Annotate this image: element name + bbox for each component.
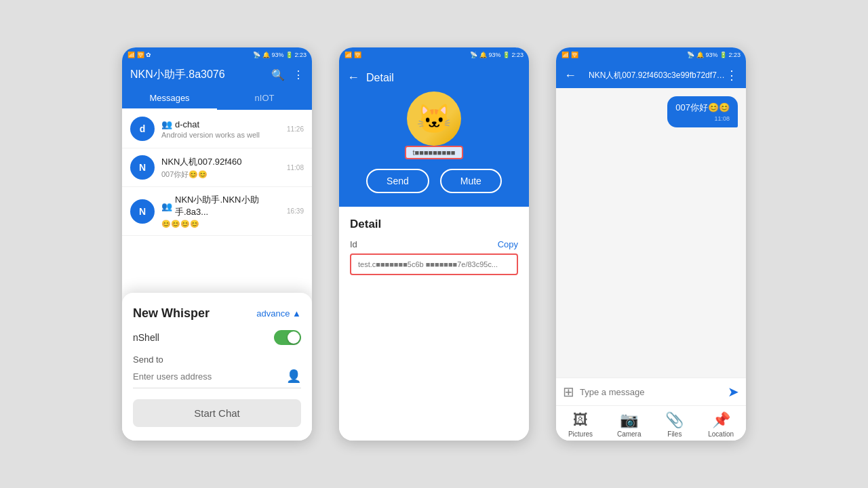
location-icon: 📌 bbox=[712, 411, 730, 429]
phone3-status-bar: 📶 🛜 📡 🔔 93% 🔋 2:23 bbox=[556, 47, 746, 62]
pictures-label: Pictures bbox=[568, 430, 593, 438]
phone3-title: NKN人机007.92f4603c3e99fb72df7e... bbox=[589, 70, 726, 81]
group-icon2: 👥 bbox=[161, 201, 172, 211]
detail-card: Detail Id Copy test.c■■■■■■■5c6b ■■■■■■■… bbox=[339, 207, 529, 441]
avatar-nkn1: N bbox=[130, 155, 155, 180]
send-to-label: Send to bbox=[133, 354, 301, 365]
group-icon: 👥 bbox=[161, 119, 172, 129]
chat-bubble-0: 007你好😊😊 11:08 bbox=[667, 96, 738, 127]
avatar-nkn2: N bbox=[130, 199, 155, 224]
contact-icon[interactable]: 👤 bbox=[286, 369, 301, 384]
phone2: 📶 🛜 📡 🔔 93% 🔋 2:23 ← Detail 🐱 t■■■■■■■■■… bbox=[339, 47, 529, 441]
avatar-dchat: d bbox=[130, 117, 155, 141]
tab-niot[interactable]: nIOT bbox=[217, 87, 312, 110]
chat-info-nkn2: 👥 NKN小助手.NKN小助手.8a3... 😊😊😊😊 bbox=[161, 194, 287, 228]
chat-msg-nkn2: 😊😊😊😊 bbox=[161, 220, 287, 228]
chat-time-dchat: 11:26 bbox=[287, 125, 304, 133]
phone3-status-left: 📶 🛜 bbox=[561, 52, 578, 58]
start-chat-button[interactable]: Start Chat bbox=[133, 399, 301, 427]
chat-msg-nkn1: 007你好😊😊 bbox=[161, 169, 287, 180]
nshell-label: nShell bbox=[133, 332, 159, 343]
send-icon[interactable]: ➤ bbox=[728, 384, 739, 400]
more-icon[interactable]: ⋮ bbox=[293, 68, 304, 81]
search-icon[interactable]: 🔍 bbox=[271, 68, 285, 81]
phone1-tabs: Messages nIOT bbox=[122, 87, 312, 110]
back-arrow-icon[interactable]: ← bbox=[347, 70, 359, 85]
tab-messages[interactable]: Messages bbox=[122, 87, 217, 110]
pictures-icon: 🖼 bbox=[573, 411, 588, 429]
status-right: 📡 🔔 93% 🔋 2:23 bbox=[253, 52, 307, 58]
camera-icon: 📷 bbox=[620, 411, 638, 429]
phone3-status-right: 📡 🔔 93% 🔋 2:23 bbox=[687, 52, 741, 58]
copy-link[interactable]: Copy bbox=[498, 239, 518, 249]
advance-link[interactable]: advance ▲ bbox=[256, 308, 301, 319]
detail-card-title: Detail bbox=[350, 218, 518, 231]
camera-label: Camera bbox=[617, 430, 642, 438]
username-tag: t■■■■■■■■■ bbox=[405, 146, 464, 159]
address-input[interactable] bbox=[133, 371, 286, 382]
files-label: Files bbox=[667, 430, 682, 438]
chat-time-nkn2: 16:39 bbox=[287, 207, 304, 215]
chat-msg-dchat: Android version works as well bbox=[161, 131, 287, 139]
phone2-status-left: 📶 🛜 bbox=[344, 52, 361, 58]
phone1: 📶 🛜 ✿ 📡 🔔 93% 🔋 2:23 NKN小助手.8a3076 🔍 ⋮ M… bbox=[122, 47, 312, 441]
files-icon: 📎 bbox=[665, 411, 684, 429]
chat-name-dchat: 👥 d-chat bbox=[161, 119, 287, 129]
id-field-row: Id Copy bbox=[350, 239, 518, 249]
phone3-header: ← NKN人机007.92f4603c3e99fb72df7e... ⋮ bbox=[556, 62, 746, 88]
phone2-header: ← Detail 🐱 t■■■■■■■■■ Send Mute bbox=[339, 62, 529, 207]
send-button[interactable]: Send bbox=[366, 169, 429, 193]
media-files[interactable]: 📎 Files bbox=[665, 411, 684, 438]
phone2-status-bar: 📶 🛜 📡 🔔 93% 🔋 2:23 bbox=[339, 47, 529, 62]
phone2-status-right: 📡 🔔 93% 🔋 2:23 bbox=[470, 52, 524, 58]
id-value: test.c■■■■■■■5c6b ■■■■■■■7e/83c95c... bbox=[358, 260, 498, 268]
phone3: 📶 🛜 📡 🔔 93% 🔋 2:23 ← NKN人机007.92f4603c3e… bbox=[556, 47, 746, 441]
bubble-text: 007你好😊😊 bbox=[675, 102, 730, 114]
chat-name-nkn2: 👥 NKN小助手.NKN小助手.8a3... bbox=[161, 194, 287, 218]
phone1-app-header: NKN小助手.8a3076 🔍 ⋮ bbox=[122, 62, 312, 87]
phone1-header-icons: 🔍 ⋮ bbox=[271, 68, 304, 81]
phone1-title: NKN小助手.8a3076 bbox=[130, 68, 225, 82]
nshell-toggle-row: nShell bbox=[133, 330, 301, 345]
new-whisper-overlay: New Whisper advance ▲ nShell Send to 👤 S… bbox=[122, 293, 312, 441]
phone3-chat-area: 007你好😊😊 11:08 bbox=[556, 88, 746, 378]
nshell-toggle[interactable] bbox=[274, 330, 301, 345]
address-input-row: 👤 bbox=[133, 369, 301, 388]
status-left: 📶 🛜 ✿ bbox=[127, 52, 151, 58]
id-label: Id bbox=[350, 239, 357, 249]
media-location[interactable]: 📌 Location bbox=[708, 411, 734, 438]
phone3-back-icon[interactable]: ← bbox=[564, 68, 576, 83]
overlay-title: New Whisper bbox=[133, 306, 210, 321]
profile-avatar: 🐱 bbox=[407, 92, 461, 146]
overlay-title-row: New Whisper advance ▲ bbox=[133, 306, 301, 321]
toggle-knob bbox=[288, 331, 300, 344]
media-camera[interactable]: 📷 Camera bbox=[617, 411, 642, 438]
phone1-status-bar: 📶 🛜 ✿ 📡 🔔 93% 🔋 2:23 bbox=[122, 47, 312, 62]
mute-button[interactable]: Mute bbox=[440, 169, 502, 193]
message-input[interactable] bbox=[580, 387, 722, 397]
chat-item-nkn2[interactable]: N 👥 NKN小助手.NKN小助手.8a3... 😊😊😊😊 16:39 bbox=[122, 187, 312, 236]
id-box: test.c■■■■■■■5c6b ■■■■■■■7e/83c95c... bbox=[350, 253, 518, 275]
action-btns: Send Mute bbox=[366, 169, 502, 193]
chat-info-nkn1: NKN人机007.92f460 007你好😊😊 bbox=[161, 156, 287, 180]
media-pictures[interactable]: 🖼 Pictures bbox=[568, 411, 593, 438]
phone3-more-icon[interactable]: ⋮ bbox=[726, 68, 738, 83]
chat-name-nkn1: NKN人机007.92f460 bbox=[161, 156, 287, 168]
chat-time-nkn1: 11:08 bbox=[287, 164, 304, 171]
media-bar: 🖼 Pictures 📷 Camera 📎 Files 📌 Location bbox=[556, 405, 746, 441]
grid-icon[interactable]: ⊞ bbox=[563, 384, 574, 400]
message-input-bar: ⊞ ➤ bbox=[556, 378, 746, 405]
location-label: Location bbox=[708, 430, 734, 438]
bubble-time: 11:08 bbox=[675, 115, 730, 122]
chat-item-nkn1[interactable]: N NKN人机007.92f460 007你好😊😊 11:08 bbox=[122, 148, 312, 187]
phone2-topbar: ← Detail bbox=[347, 70, 521, 85]
chat-info-dchat: 👥 d-chat Android version works as well bbox=[161, 119, 287, 139]
chat-item-dchat[interactable]: d 👥 d-chat Android version works as well… bbox=[122, 110, 312, 148]
phone2-detail-title: Detail bbox=[366, 72, 394, 84]
